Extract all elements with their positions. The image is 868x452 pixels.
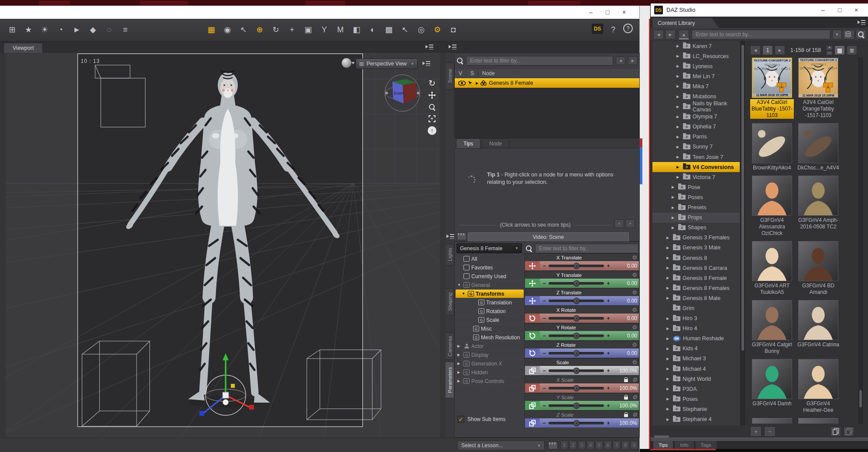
tree-item[interactable]: ▶ S HR Teen Josie 7 — [652, 152, 740, 162]
params-group-row[interactable]: ▼ G Transforms — [456, 290, 524, 298]
slider-decrement[interactable]: − — [542, 350, 547, 356]
toolbar-tool-icon[interactable]: ▦ — [205, 24, 217, 36]
toolbar-icon[interactable]: ► — [71, 24, 83, 36]
slider-thumb[interactable] — [573, 280, 580, 286]
expand-arrow[interactable]: ▶ — [457, 370, 462, 374]
params-group-row[interactable]: G Rotation — [456, 307, 524, 316]
video-scene-button[interactable]: Video: Scene — [468, 232, 629, 242]
param-slider[interactable]: Z Translate ⚙ − + 0.00 — [525, 288, 639, 306]
expand-arrow[interactable]: ▶ — [666, 377, 671, 381]
params-group-row[interactable]: ▶ G Generation X — [456, 359, 524, 368]
tree-item[interactable]: ▶ S HR Michael 3 — [652, 354, 740, 364]
tree-item[interactable]: ▶ S HR Stephanie — [652, 404, 740, 414]
lesson-number-button[interactable]: 9 — [630, 441, 638, 449]
expand-arrow[interactable]: ▶ — [666, 397, 671, 401]
slider-increment[interactable]: + — [606, 315, 611, 321]
slider-increment[interactable]: + — [606, 263, 611, 269]
expand-arrow[interactable]: ▶ — [676, 165, 681, 169]
toolbar-icon[interactable]: ☀ — [38, 24, 51, 36]
expand-arrow[interactable]: ▶ — [676, 84, 681, 88]
close-button[interactable]: × — [848, 3, 865, 17]
slider-thumb[interactable] — [573, 297, 580, 304]
expand-arrow[interactable]: ▶ — [672, 216, 676, 220]
slider-thumb[interactable] — [573, 420, 580, 426]
expand-arrow[interactable]: ▶ — [676, 74, 681, 78]
slider-decrement[interactable]: − — [542, 403, 547, 409]
tree-item[interactable]: ▶ S HR Genesis 8 Carrara — [652, 263, 740, 273]
slider-value[interactable]: 0.00 — [613, 298, 637, 304]
slider-value[interactable]: 0.00 — [613, 315, 637, 321]
tree-item[interactable]: ▶ S HR Night World — [652, 374, 740, 384]
cl-titlebar[interactable]: DS DAZ Studio – □ × — [651, 3, 868, 17]
expand-arrow[interactable]: ▶ — [666, 347, 671, 351]
expand-arrow[interactable]: ▶ — [666, 367, 671, 371]
params-group-row[interactable]: G Mesh Resolution — [456, 333, 524, 342]
slider-value[interactable]: 0.00 — [613, 263, 637, 269]
maximize-button[interactable]: □ — [831, 3, 848, 17]
slider-value[interactable]: 100.0% — [613, 420, 637, 426]
tree-item[interactable]: ▶ S HR LC_Resources — [652, 51, 740, 61]
toolbar-tool-icon[interactable]: M — [334, 24, 347, 36]
params-group-row[interactable]: G Misc — [456, 324, 524, 333]
asset-thumbnail[interactable]: G3FGnV4 Alessandra OziChick — [750, 176, 794, 237]
expand-arrow[interactable]: ▶ — [666, 387, 671, 391]
param-slider[interactable]: Z Rotate ⚙ − + 0.00 — [525, 341, 639, 358]
page-number[interactable]: 1 — [762, 45, 773, 55]
asset-thumbnail[interactable]: G3FGnV4 Amph-2016-0508 TC2 — [796, 176, 840, 237]
tree-item[interactable]: ▶ S HR Grim — [652, 303, 740, 313]
slider-increment[interactable]: + — [606, 298, 611, 304]
slider-thumb[interactable] — [573, 402, 580, 409]
slider-increment[interactable]: + — [606, 385, 611, 391]
toolbar-tool-icon[interactable]: ▩ — [383, 24, 395, 36]
toolbar-tool-icon[interactable]: ⚙ — [431, 24, 443, 36]
expand-arrow[interactable]: ▼ — [457, 283, 462, 287]
toolbar-icon[interactable]: ◔ — [55, 24, 67, 36]
panel-menu-icon[interactable] — [422, 61, 430, 66]
expand-arrow[interactable]: ▶ — [666, 296, 671, 300]
grid-view-button[interactable]: ▦ — [834, 45, 845, 55]
param-slider[interactable]: Y Rotate ⚙ − + 0.00 — [525, 323, 639, 341]
param-slider[interactable]: Y Translate ⚙ − + 0.00 — [525, 271, 639, 288]
lighting-sphere-icon[interactable] — [342, 58, 351, 68]
view-selector[interactable]: ⊞ Perspective View ▼ — [356, 59, 418, 69]
bottom-tab[interactable]: Tags — [696, 441, 717, 449]
tree-item[interactable]: ▶ S HR Karen 7 — [652, 41, 740, 51]
expand-arrow[interactable]: ▶ — [676, 44, 681, 48]
slider-decrement[interactable]: − — [542, 420, 547, 426]
bottom-tab[interactable]: Info — [675, 441, 693, 449]
tip-next-button[interactable]: > — [625, 219, 635, 228]
tab-shaping[interactable]: Shaping — [446, 288, 454, 315]
tab-content-library[interactable]: Content Library — [652, 18, 719, 28]
view-navigation-cube[interactable]: Front — [384, 72, 421, 114]
tree-item[interactable]: ▶ S HR Pose — [652, 182, 740, 192]
slider-value[interactable]: 100.0% — [613, 403, 637, 409]
scene-filter-input[interactable] — [466, 56, 613, 66]
slider-decrement[interactable]: − — [542, 385, 547, 391]
slider-value[interactable]: 0.00 — [613, 280, 637, 286]
gear-icon[interactable]: ⚙ — [632, 359, 637, 366]
tree-item[interactable]: ▶ S HR Sunny 7 — [652, 142, 740, 152]
expand-arrow[interactable]: ▶ — [676, 54, 681, 58]
slider-thumb[interactable] — [573, 385, 580, 391]
toolbar-tool-icon[interactable]: ◘ — [447, 24, 460, 36]
panel-menu-icon[interactable] — [449, 44, 456, 50]
toolbar-tool-icon[interactable]: ⊕ — [254, 24, 266, 36]
toolbar-tool-icon[interactable]: ◧ — [350, 24, 363, 36]
expand-arrow[interactable]: ▶ — [672, 195, 676, 199]
gear-icon[interactable]: ⚙ — [632, 342, 637, 348]
expand-arrow[interactable]: ▶ — [457, 362, 462, 366]
tree-item[interactable]: ▶ S HR Stephanie 4 — [652, 414, 740, 424]
paste-icon[interactable] — [844, 427, 854, 436]
thumbs-scrollbar[interactable] — [858, 58, 863, 424]
expand-arrow[interactable]: ▶ — [672, 185, 676, 189]
slider-increment[interactable]: + — [606, 403, 611, 409]
tab-parameters[interactable]: Parameters — [446, 362, 454, 398]
cl-search-input[interactable] — [692, 30, 830, 39]
expand-arrow[interactable]: ▶ — [676, 155, 681, 159]
page-prev-button[interactable]: ◄ — [750, 45, 761, 55]
param-slider[interactable]: Y Scale ⚙ − + 100.0% — [525, 393, 639, 411]
tree-item[interactable]: ▶ S HR Hiro 4 — [652, 324, 740, 334]
remove-button[interactable]: − — [764, 426, 775, 437]
param-slider[interactable]: X Scale ⚙ − + 100.0% — [525, 376, 639, 393]
zoom-out-button[interactable]: − — [826, 51, 833, 55]
